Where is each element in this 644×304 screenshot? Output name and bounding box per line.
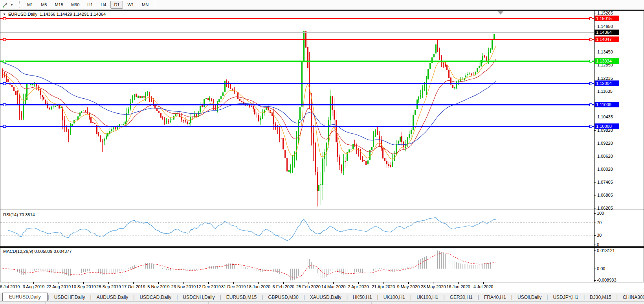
svg-text:0.00: 0.00	[597, 266, 605, 271]
svg-text:70: 70	[597, 220, 602, 225]
chart-tab-fra40-h1[interactable]: FRA40,H1	[479, 293, 511, 302]
mt4-window: ▼ M1M5M15M30H1H4D1W1MN 0.0131210.00-0.00…	[0, 0, 644, 304]
macd-indicator-label: MACD(12,26,9) 0.005809 0.004377	[3, 249, 72, 254]
symbol-dropdown-icon[interactable]: ▼	[3, 13, 6, 16]
svg-text:-0.008933: -0.008933	[597, 278, 616, 282]
chart-tab-usdchf-daily[interactable]: USDCHF,Daily	[50, 293, 90, 302]
svg-text:1.09220: 1.09220	[597, 141, 613, 146]
svg-text:31 Dec 2019: 31 Dec 2019	[221, 284, 246, 289]
svg-text:22 Aug 2019: 22 Aug 2019	[46, 284, 71, 289]
svg-text:1.11009: 1.11009	[596, 102, 611, 107]
svg-text:1.06805: 1.06805	[597, 193, 613, 197]
chart-tab-ger30-h1[interactable]: GER30,H1	[445, 293, 477, 302]
chart-tab-dj30-m15[interactable]: DJ30,M15	[585, 293, 616, 302]
svg-text:0: 0	[597, 242, 599, 247]
svg-text:4 Jul 2020: 4 Jul 2020	[473, 284, 494, 289]
chart-tab-bar: EURUSD,Daily|USDCHF,Daily|AUDUSD,Daily|U…	[0, 292, 644, 302]
status-strip	[0, 301, 644, 304]
svg-text:6 Feb 2020: 6 Feb 2020	[273, 284, 295, 289]
chart-tabs: EURUSD,Daily|USDCHF,Daily|AUDUSD,Daily|U…	[0, 293, 644, 302]
svg-text:2 Apr 2020: 2 Apr 2020	[348, 284, 369, 289]
hline-handle[interactable]	[3, 83, 6, 85]
chart-tab-usoil-daily[interactable]: USOil,Daily	[513, 293, 546, 302]
chart-tab-uk100-h1[interactable]: UK100,H1	[412, 293, 443, 302]
svg-text:1.13450: 1.13450	[597, 50, 613, 54]
chart-tab-usdjpy-h1[interactable]: USDJPY,H1	[548, 293, 583, 302]
rsi-indicator-label: RSI(14) 70.3514	[3, 212, 35, 217]
svg-text:1.14364: 1.14364	[596, 30, 612, 35]
svg-text:1.12235: 1.12235	[597, 76, 613, 81]
svg-text:23 Nov 2019: 23 Nov 2019	[171, 284, 196, 289]
svg-text:1.10435: 1.10435	[597, 114, 613, 119]
svg-text:1.15265: 1.15265	[597, 11, 613, 15]
hline-handle[interactable]	[589, 39, 592, 41]
svg-text:1.15015: 1.15015	[596, 16, 612, 21]
svg-text:18 Jan 2020: 18 Jan 2020	[247, 284, 271, 289]
symbol-timeframe-label: EURUSD,Daily	[8, 12, 37, 17]
svg-text:16 Jun 2020: 16 Jun 2020	[446, 284, 470, 289]
chart-tab-eurusd-m15[interactable]: EURUSD,M15	[222, 293, 261, 302]
svg-text:28 Sep 2019: 28 Sep 2019	[96, 284, 121, 289]
hline-handle[interactable]	[3, 60, 6, 63]
svg-text:3 Aug 2019: 3 Aug 2019	[23, 284, 45, 289]
hline-handle[interactable]	[589, 125, 592, 128]
chart-tab-hk50-h1[interactable]: HK50,H1	[348, 293, 377, 302]
hline-handle[interactable]	[589, 18, 592, 20]
chart-tab-usdcnh-daily[interactable]: USDCNH,Daily	[178, 293, 219, 302]
svg-text:1.13034: 1.13034	[596, 59, 612, 63]
chart-tab-uk100-h1[interactable]: UK100,H1	[379, 293, 410, 302]
chart-tab-audusd-daily[interactable]: AUDUSD,Daily	[92, 293, 133, 302]
svg-text:1.08620: 1.08620	[597, 154, 613, 158]
hline-handle[interactable]	[589, 83, 592, 85]
svg-text:1.06205: 1.06205	[597, 206, 613, 210]
chart-canvas[interactable]: 0.0131210.00-0.0089331.152651.146501.134…	[0, 0, 644, 292]
svg-text:0.013121: 0.013121	[597, 248, 615, 253]
hline-handle[interactable]	[3, 18, 6, 20]
svg-text:1.10008: 1.10008	[596, 124, 612, 129]
svg-text:16 Jul 2019: 16 Jul 2019	[0, 284, 20, 289]
ohlc-values: 1.14366 1.14429 1.14291 1.14364	[40, 12, 106, 17]
svg-text:5 Nov 2019: 5 Nov 2019	[147, 284, 169, 289]
svg-text:100: 100	[597, 211, 604, 216]
hline-handle[interactable]	[589, 60, 592, 63]
svg-text:10 Sep 2019: 10 Sep 2019	[72, 284, 96, 289]
svg-text:9 May 2020: 9 May 2020	[397, 284, 420, 289]
chart-tab-gbpusd-m30[interactable]: GBPUSD,M30	[263, 293, 303, 302]
svg-text:21 Apr 2020: 21 Apr 2020	[372, 284, 395, 289]
svg-text:1.14650: 1.14650	[597, 24, 613, 29]
svg-text:14 Mar 2020: 14 Mar 2020	[321, 284, 346, 289]
svg-text:1.07405: 1.07405	[597, 180, 613, 184]
svg-text:1.11635: 1.11635	[597, 89, 613, 94]
svg-text:25 Feb 2020: 25 Feb 2020	[296, 284, 321, 289]
svg-text:1.14047: 1.14047	[596, 37, 612, 42]
svg-text:17 Oct 2019: 17 Oct 2019	[122, 284, 145, 289]
svg-text:28 May 2020: 28 May 2020	[421, 284, 446, 289]
chart-tab-xauusd-daily[interactable]: XAUUSD,Daily	[305, 293, 346, 302]
hline-handle[interactable]	[589, 104, 592, 106]
hline-handle[interactable]	[3, 125, 6, 128]
hline-handle[interactable]	[3, 104, 6, 106]
svg-text:1.12004: 1.12004	[596, 81, 612, 86]
chart-tab-china300-h4[interactable]: CHINA300,H4	[618, 293, 644, 302]
svg-text:1.08020: 1.08020	[597, 167, 613, 171]
chart-tab-eurusd-daily[interactable]: EURUSD,Daily	[2, 293, 48, 302]
chart-tab-usdcad-daily[interactable]: USDCAD,Daily	[135, 293, 176, 302]
chart-symbol-header: ▼ EURUSD,Daily 1.14366 1.14429 1.14291 1…	[3, 12, 106, 17]
svg-text:30: 30	[597, 233, 602, 238]
hline-handle[interactable]	[3, 39, 6, 41]
svg-text:12 Dec 2019: 12 Dec 2019	[196, 284, 220, 289]
